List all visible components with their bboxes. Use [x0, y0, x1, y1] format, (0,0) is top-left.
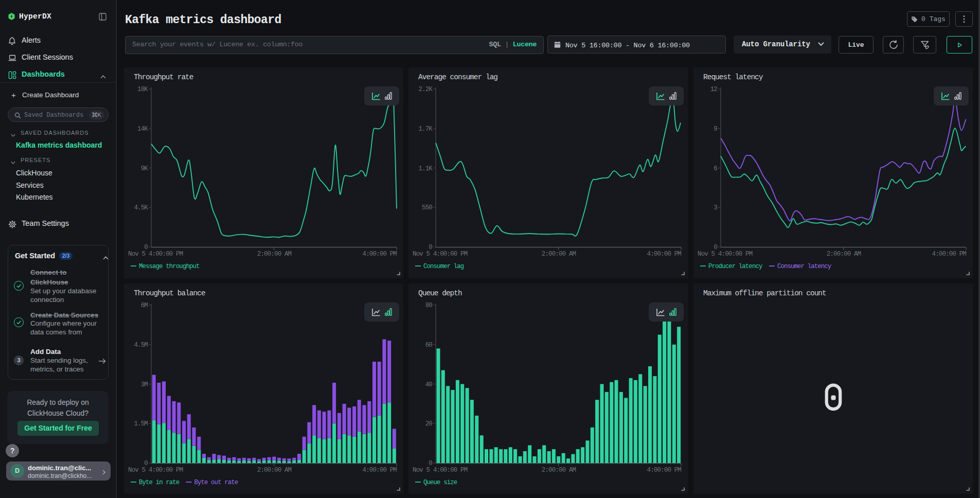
svg-text:2:00:00 AM: 2:00:00 AM [542, 467, 576, 474]
svg-text:4:00:00 PM: 4:00:00 PM [932, 251, 966, 258]
svg-text:14K: 14K [137, 126, 148, 133]
svg-text:4:00:00 PM: 4:00:00 PM [647, 467, 681, 474]
svg-text:3M: 3M [141, 381, 148, 388]
svg-text:Nov 5 4:00:00 PM: Nov 5 4:00:00 PM [128, 251, 183, 258]
svg-text:2:00:00 AM: 2:00:00 AM [257, 251, 292, 258]
svg-text:0: 0 [429, 460, 432, 467]
svg-text:0: 0 [429, 244, 432, 251]
svg-text:6: 6 [714, 165, 717, 172]
svg-text:Byte in rate: Byte in rate [139, 479, 180, 486]
svg-text:9K: 9K [141, 165, 149, 172]
svg-text:2:00:00 AM: 2:00:00 AM [257, 467, 292, 474]
svg-text:550: 550 [422, 204, 432, 211]
svg-text:2:00:00 AM: 2:00:00 AM [542, 251, 576, 258]
svg-text:6M: 6M [141, 302, 148, 309]
svg-text:4.5K: 4.5K [134, 204, 148, 211]
svg-text:4:00:00 PM: 4:00:00 PM [362, 467, 397, 474]
svg-text:4:00:00 PM: 4:00:00 PM [647, 251, 681, 258]
svg-text:0: 0 [714, 244, 717, 251]
svg-text:4:00:00 PM: 4:00:00 PM [362, 251, 397, 258]
svg-text:Byte out rate: Byte out rate [194, 479, 238, 486]
svg-text:0: 0 [144, 244, 148, 251]
svg-text:60: 60 [425, 342, 433, 349]
svg-text:4.5M: 4.5M [134, 342, 148, 349]
svg-text:1.5M: 1.5M [134, 420, 148, 428]
svg-text:80: 80 [425, 302, 433, 309]
svg-text:40: 40 [425, 381, 433, 388]
svg-text:3: 3 [714, 204, 717, 211]
svg-text:Message throughput: Message throughput [139, 263, 200, 270]
svg-text:Nov 5 4:00:00 PM: Nov 5 4:00:00 PM [698, 251, 753, 258]
svg-text:20: 20 [425, 420, 433, 428]
svg-text:Consumer lag: Consumer lag [423, 263, 464, 270]
svg-text:Queue size: Queue size [423, 479, 457, 486]
svg-text:12: 12 [710, 86, 718, 93]
svg-text:18K: 18K [137, 86, 148, 93]
svg-text:Producer latency: Producer latency [708, 263, 762, 270]
svg-text:Nov 5 4:00:00 PM: Nov 5 4:00:00 PM [413, 251, 468, 258]
svg-text:Nov 5 4:00:00 PM: Nov 5 4:00:00 PM [413, 467, 468, 474]
svg-text:1.1K: 1.1K [418, 165, 433, 172]
svg-text:Nov 5 4:00:00 PM: Nov 5 4:00:00 PM [128, 467, 183, 474]
svg-text:2.2K: 2.2K [418, 86, 433, 93]
svg-text:0: 0 [144, 460, 148, 467]
svg-text:9: 9 [714, 126, 717, 133]
svg-text:Consumer latency: Consumer latency [777, 263, 831, 270]
svg-text:2:00:00 AM: 2:00:00 AM [827, 251, 861, 258]
svg-text:1.7K: 1.7K [418, 126, 433, 133]
